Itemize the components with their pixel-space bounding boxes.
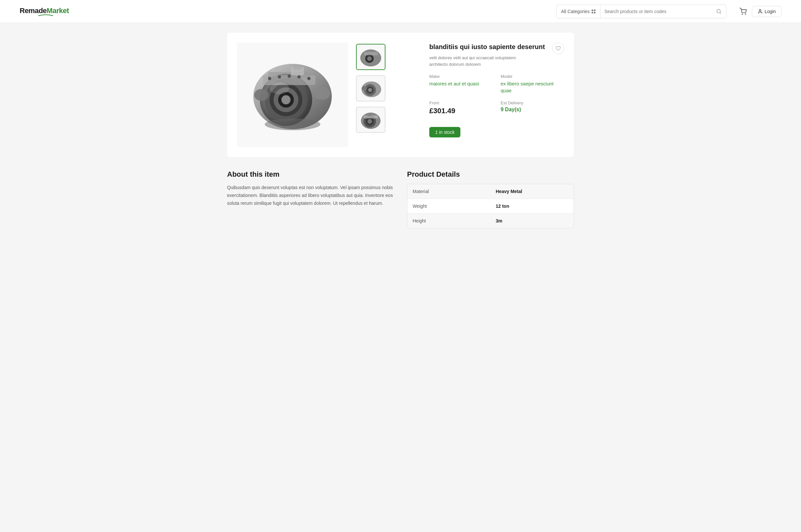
svg-point-15 xyxy=(314,87,330,100)
svg-point-38 xyxy=(367,119,372,124)
bottom-section: About this item Quibusdam quis deserunt … xyxy=(227,170,574,228)
detail-key: Weight xyxy=(407,199,491,213)
product-subtitle-line1: velit dolores velit aut qui occaecati vo… xyxy=(429,55,516,60)
login-label: Login xyxy=(765,9,776,14)
svg-point-11 xyxy=(281,95,290,104)
svg-point-14 xyxy=(254,89,269,101)
svg-point-19 xyxy=(298,75,301,78)
svg-point-18 xyxy=(288,75,291,78)
model-label: Model xyxy=(501,74,564,79)
search-input[interactable] xyxy=(600,5,712,18)
logo[interactable]: RemadeMarket xyxy=(20,6,69,16)
thumbnail-3-image xyxy=(358,108,384,131)
product-main-image xyxy=(237,42,348,147)
svg-point-33 xyxy=(368,88,372,92)
price-section: From £301.49 xyxy=(429,100,493,115)
svg-rect-22 xyxy=(293,65,302,70)
wishlist-button[interactable] xyxy=(552,42,564,54)
svg-rect-29 xyxy=(364,52,378,55)
detail-key: Material xyxy=(407,184,491,198)
details-table: Material Heavy Metal Weight 12 ton Heigh… xyxy=(407,184,574,228)
detail-value: 3m xyxy=(491,214,574,228)
product-subtitle: velit dolores velit aut qui occaecati vo… xyxy=(429,55,564,68)
cart-icon xyxy=(740,8,747,15)
delivery-value: 9 Day(s) xyxy=(501,107,564,113)
svg-point-28 xyxy=(367,56,372,61)
detail-row: Height 3m xyxy=(407,214,574,228)
svg-rect-39 xyxy=(364,115,378,118)
svg-point-4 xyxy=(759,10,761,11)
svg-point-16 xyxy=(268,77,271,80)
categories-dropdown[interactable]: All Categories xyxy=(557,5,600,18)
price-delivery-wrapper: From £301.49 Est Delivery 9 Day(s) xyxy=(429,100,564,120)
main-content: blanditiis qui iusto sapiente deserunt v… xyxy=(221,23,580,248)
thumbnail-1[interactable] xyxy=(356,44,385,70)
grid-icon xyxy=(592,10,595,14)
product-title: blanditiis qui iusto sapiente deserunt xyxy=(429,42,564,51)
make-field: Make maiores et aut et quasi xyxy=(429,74,493,94)
product-section: blanditiis qui iusto sapiente deserunt v… xyxy=(227,33,574,157)
cart-button[interactable] xyxy=(740,8,747,15)
model-value: ex libero saepe nesciunt quae xyxy=(501,80,564,94)
logo-remade-text: Remade xyxy=(20,6,47,15)
categories-label: All Categories xyxy=(561,9,590,14)
svg-line-1 xyxy=(720,13,721,14)
login-button[interactable]: Login xyxy=(752,6,781,17)
svg-point-24 xyxy=(270,82,289,94)
thumbnail-1-image xyxy=(358,45,384,69)
svg-point-20 xyxy=(307,77,310,80)
detail-value: 12 ton xyxy=(491,199,574,213)
svg-point-17 xyxy=(278,75,281,78)
product-info-wrapper: blanditiis qui iusto sapiente deserunt v… xyxy=(429,42,564,137)
about-text: Quibusdam quis deserunt voluptas est non… xyxy=(227,184,394,207)
product-info: blanditiis qui iusto sapiente deserunt v… xyxy=(429,42,564,137)
thumbnail-2-image xyxy=(358,77,384,100)
svg-point-23 xyxy=(265,118,320,130)
make-label: Make xyxy=(429,74,493,79)
about-section: About this item Quibusdam quis deserunt … xyxy=(227,170,394,228)
thumbnail-3[interactable] xyxy=(356,107,385,133)
detail-row: Weight 12 ton xyxy=(407,199,574,214)
heart-icon xyxy=(556,46,561,51)
user-icon xyxy=(758,9,763,14)
delivery-section: Est Delivery 9 Day(s) xyxy=(501,100,564,115)
model-field: Model ex libero saepe nesciunt quae xyxy=(501,74,564,94)
about-heading: About this item xyxy=(227,170,394,179)
product-details-section: Product Details Material Heavy Metal Wei… xyxy=(407,170,574,228)
from-label: From xyxy=(429,100,493,106)
search-button[interactable] xyxy=(712,5,726,18)
make-value: maiores et aut et quasi xyxy=(429,80,493,87)
header: RemadeMarket All Categories xyxy=(0,0,801,23)
svg-point-34 xyxy=(362,86,367,91)
search-icon xyxy=(716,9,722,14)
price-value: £301.49 xyxy=(429,107,493,115)
detail-value: Heavy Metal xyxy=(491,184,574,198)
product-thumbnails xyxy=(356,42,421,133)
delivery-label: Est Delivery xyxy=(501,100,564,106)
header-actions: Login xyxy=(740,6,781,17)
detail-key: Height xyxy=(407,214,491,228)
product-image-svg xyxy=(244,49,342,141)
svg-point-2 xyxy=(742,14,742,14)
svg-point-3 xyxy=(745,14,746,14)
search-bar: All Categories xyxy=(556,5,726,18)
detail-row: Material Heavy Metal xyxy=(407,184,574,199)
logo-market-text: Market xyxy=(47,6,69,15)
thumbnail-2[interactable] xyxy=(356,75,385,101)
details-heading: Product Details xyxy=(407,170,574,179)
product-meta: Make maiores et aut et quasi Model ex li… xyxy=(429,74,564,94)
stock-badge: 1 in stock xyxy=(429,127,460,137)
product-subtitle-line2: architecto dolorum dolorem xyxy=(429,62,481,67)
